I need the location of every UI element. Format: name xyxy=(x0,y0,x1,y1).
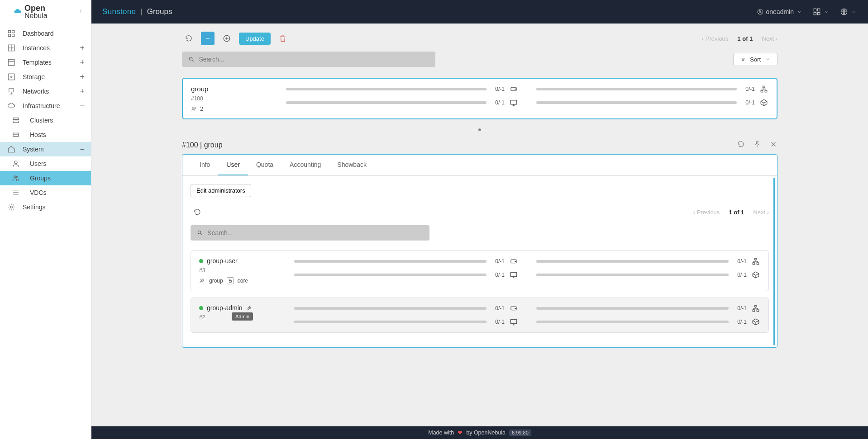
user-menu[interactable]: oneadmin xyxy=(757,8,803,15)
apps-icon xyxy=(813,8,821,16)
app-name[interactable]: Sunstone xyxy=(102,7,136,16)
nav-users[interactable]: Users xyxy=(0,156,91,171)
user-name: group-admin xyxy=(207,304,243,312)
nav-label: Users xyxy=(30,160,47,167)
detail-close[interactable] xyxy=(769,140,777,150)
sidebar-collapse-button[interactable] xyxy=(77,8,84,16)
prev-page[interactable]: ‹ Previous xyxy=(693,209,720,216)
monitor-icon xyxy=(509,99,518,107)
svg-rect-39 xyxy=(510,273,517,277)
nav-instances[interactable]: Instances + xyxy=(0,41,91,55)
svg-rect-40 xyxy=(755,258,757,260)
group-icon xyxy=(11,174,21,182)
nav-settings[interactable]: Settings xyxy=(0,200,91,214)
nav-infrastructure[interactable]: Infrastructure − xyxy=(0,99,91,113)
next-page[interactable]: Next › xyxy=(762,35,777,42)
nav-label: Clusters xyxy=(30,117,53,124)
search-input[interactable] xyxy=(199,56,429,63)
add-button[interactable] xyxy=(220,32,234,45)
nav-vdcs[interactable]: VDCs xyxy=(0,185,91,200)
cube-icon xyxy=(751,271,760,279)
nav-clusters[interactable]: Clusters xyxy=(0,113,91,127)
prev-page[interactable]: ‹ Previous xyxy=(702,35,729,42)
inner-search-box[interactable] xyxy=(191,225,429,241)
svg-point-26 xyxy=(195,107,196,109)
chevron-left-icon xyxy=(77,8,84,14)
inner-refresh-button[interactable] xyxy=(191,205,204,219)
user-card[interactable]: group-user #3 group core xyxy=(191,250,769,291)
storage-icon xyxy=(6,73,16,81)
nav-label: VDCs xyxy=(30,189,47,196)
nav-templates[interactable]: Templates + xyxy=(0,55,91,70)
monitor-icon xyxy=(509,271,518,279)
svg-rect-5 xyxy=(8,59,14,66)
resize-handle[interactable]: ⸺●⸺ xyxy=(182,126,777,133)
svg-rect-42 xyxy=(757,263,759,264)
nav-storage[interactable]: Storage + xyxy=(0,70,91,84)
group-card[interactable]: group #100 2 0/-1 0/-1 xyxy=(182,78,777,119)
refresh-button[interactable] xyxy=(182,32,196,45)
zone-menu[interactable] xyxy=(840,8,857,16)
group-icon xyxy=(191,106,197,112)
cloud-logo-icon xyxy=(14,8,22,16)
svg-rect-2 xyxy=(8,34,10,37)
tab-accounting[interactable]: Accounting xyxy=(281,155,329,175)
cube-icon xyxy=(759,99,768,107)
network-icon xyxy=(751,304,760,312)
svg-rect-8 xyxy=(9,89,14,92)
nav-label: Settings xyxy=(23,203,46,211)
nav-system[interactable]: System − xyxy=(0,142,91,156)
tab-info[interactable]: Info xyxy=(191,155,218,175)
search-box[interactable] xyxy=(182,52,435,67)
nav-groups[interactable]: Groups xyxy=(0,171,91,185)
svg-point-7 xyxy=(11,76,12,78)
detail-title: #100 | group xyxy=(182,141,223,149)
sort-button[interactable]: Sort xyxy=(733,53,777,66)
status-dot xyxy=(199,306,203,310)
detail-panel: Info User Quota Accounting Showback Edit… xyxy=(182,154,777,348)
user-id: #3 xyxy=(199,267,281,274)
plus-icon: + xyxy=(80,58,85,67)
svg-point-25 xyxy=(193,107,195,109)
footer-made: Made with xyxy=(428,430,454,436)
chevron-down-icon xyxy=(764,56,771,62)
user-card[interactable]: group-admin #2 Admin 0/-1 0/-1 xyxy=(191,297,769,333)
group-name: group xyxy=(191,85,272,93)
nav-hosts[interactable]: Hosts xyxy=(0,127,91,142)
nav-dashboard[interactable]: Dashboard xyxy=(0,26,91,41)
sort-label: Sort xyxy=(750,56,761,63)
delete-button[interactable] xyxy=(276,32,290,45)
apps-menu[interactable] xyxy=(813,8,830,16)
tab-quota[interactable]: Quota xyxy=(248,155,281,175)
svg-rect-32 xyxy=(765,90,767,92)
inner-search-input[interactable] xyxy=(207,229,423,236)
logo[interactable]: OpenNebula xyxy=(14,4,48,19)
detail-refresh[interactable] xyxy=(737,140,745,150)
nav-label: Storage xyxy=(23,73,45,80)
update-button[interactable]: Update xyxy=(239,33,271,45)
page-indicator: 1 of 1 xyxy=(729,209,744,216)
svg-point-28 xyxy=(515,89,516,90)
group-icon xyxy=(199,278,205,284)
svg-rect-3 xyxy=(12,34,14,37)
nav-label: Templates xyxy=(23,59,52,66)
edit-administrators-button[interactable]: Edit administrators xyxy=(191,184,251,197)
deselect-button[interactable] xyxy=(201,32,215,45)
detail-pin[interactable] xyxy=(753,140,761,150)
plus-circle-icon xyxy=(223,34,231,42)
pin-icon xyxy=(753,140,761,148)
trash-icon xyxy=(279,34,287,42)
user-name: group-user xyxy=(207,257,238,264)
svg-rect-41 xyxy=(753,263,755,264)
svg-point-12 xyxy=(14,161,17,164)
next-page[interactable]: Next › xyxy=(753,209,769,216)
svg-point-38 xyxy=(515,261,516,262)
nav-networks[interactable]: Networks + xyxy=(0,84,91,99)
user-circle-icon xyxy=(757,9,763,15)
tab-user[interactable]: User xyxy=(218,155,248,175)
sidebar-header: OpenNebula xyxy=(0,0,91,24)
tab-showback[interactable]: Showback xyxy=(329,155,375,175)
topbar: Sunstone | Groups oneadmin xyxy=(91,0,868,24)
svg-point-35 xyxy=(203,279,204,281)
svg-point-44 xyxy=(515,308,516,309)
